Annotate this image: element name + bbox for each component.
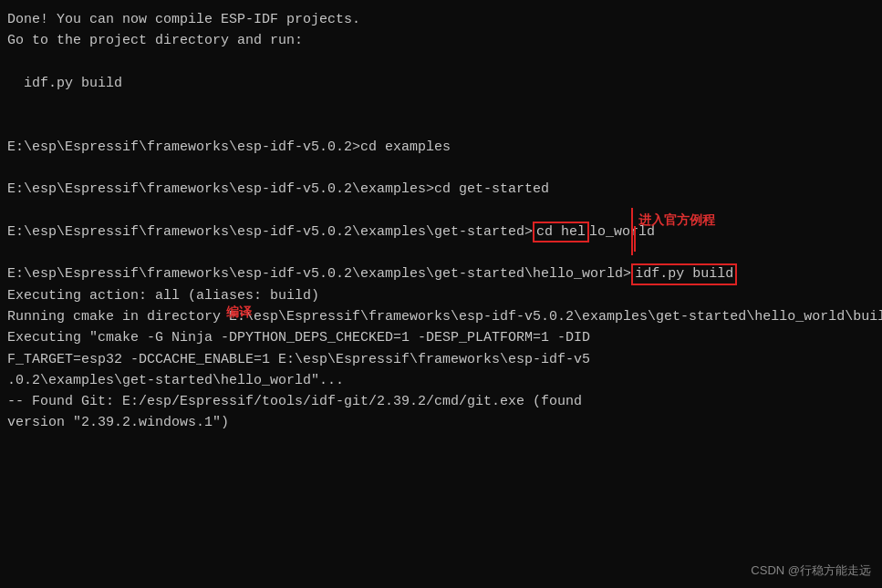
terminal-line-2: Go to the project directory and run: [7,30,875,51]
terminal-line-20: version "2.39.2.windows.1") [7,412,875,433]
terminal-line-7: E:\esp\Espressif\frameworks\esp-idf-v5.0… [7,137,875,158]
terminal-line-14: Executing action: all (aliases: build) [7,285,875,306]
terminal-line-6 [7,115,875,136]
terminal-line-5 [7,94,875,115]
terminal-line-19: -- Found Git: E:/esp/Espressif/tools/idf… [7,391,875,412]
terminal-line-15: Running cmake in directory E:\esp\Espres… [7,306,875,327]
terminal-line-10 [7,200,875,221]
terminal-line-17: F_TARGET=esp32 -DCCACHE_ENABLE=1 E:\esp\… [7,349,875,370]
terminal-line-8 [7,158,875,179]
csdn-watermark: CSDN @行稳方能走远 [751,562,871,579]
cd-hello-box: cd hel [533,222,589,243]
annotation-arrow-line [634,226,636,252]
terminal-line-9: E:\esp\Espressif\frameworks\esp-idf-v5.0… [7,179,875,200]
terminal-line-1: Done! You can now compile ESP-IDF projec… [7,9,875,30]
terminal-line-13: E:\esp\Espressif\frameworks\esp-idf-v5.0… [7,263,875,285]
terminal-line-11: E:\esp\Espressif\frameworks\esp-idf-v5.0… [7,222,875,243]
annotation-compile-label: 编译 [226,304,252,321]
terminal-line-18: .0.2\examples\get-started\hello_world"..… [7,370,875,391]
terminal-line-12 [7,242,875,263]
terminal-line-16: Executing "cmake -G Ninja -DPYTHON_DEPS_… [7,327,875,348]
terminal-line-3 [7,52,875,73]
terminal-line-4: idf.py build [7,73,875,94]
terminal-window: Done! You can now compile ESP-IDF projec… [0,0,882,588]
idf-build-box: idf.py build [631,263,737,285]
annotation-enter-label: 进入官方例程 [638,212,715,229]
